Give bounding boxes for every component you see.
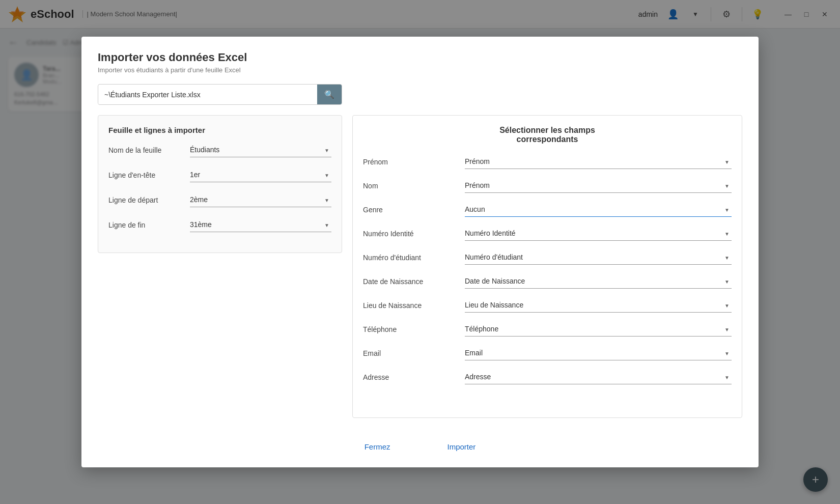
left-panel: Feuille et lignes à importer Nom de la f… (98, 115, 342, 418)
field-select-wrap-9: Adresse (465, 370, 732, 384)
field-label-8: Email (363, 349, 465, 357)
field-rows: PrénomPrénomNomPrénomGenreAucunNuméro Id… (363, 154, 732, 384)
field-select-wrap-4: Numéro d'étudiant (465, 250, 732, 265)
header-label: Ligne d'en-tête (108, 171, 190, 179)
end-label: Ligne de fin (108, 221, 190, 229)
modal-title: Importer vos données Excel (98, 51, 742, 64)
field-select-wrap-5: Date de Naissance (465, 274, 732, 289)
import-modal: Importer vos données Excel Importer vos … (81, 37, 759, 467)
right-panel: Sélectionner les champscorrespondants Pr… (352, 115, 742, 418)
field-select-0[interactable]: Prénom (465, 154, 732, 169)
field-label-4: Numéro d'étudiant (363, 254, 465, 262)
field-row-7: TéléphoneTéléphone (363, 322, 732, 337)
field-label-5: Date de Naissance (363, 277, 465, 286)
form-row-sheet: Nom de la feuille Étudiants (108, 143, 331, 157)
field-select-wrap-6: Lieu de Naissance (465, 298, 732, 313)
header-select[interactable]: 1er (190, 167, 331, 182)
field-row-3: Numéro IdentitéNuméro Identité (363, 226, 732, 241)
field-select-1[interactable]: Prénom (465, 178, 732, 193)
field-select-8[interactable]: Email (465, 346, 732, 360)
end-select[interactable]: 31ème (190, 217, 331, 232)
field-select-wrap-0: Prénom (465, 154, 732, 169)
modal-body: Feuille et lignes à importer Nom de la f… (98, 115, 742, 418)
form-row-header: Ligne d'en-tête 1er (108, 167, 331, 182)
field-row-6: Lieu de NaissanceLieu de Naissance (363, 298, 732, 313)
field-label-6: Lieu de Naissance (363, 301, 465, 310)
sheet-select-wrap: Étudiants (190, 143, 331, 157)
end-select-wrap: 31ème (190, 217, 331, 232)
field-row-5: Date de NaissanceDate de Naissance (363, 274, 732, 289)
field-select-5[interactable]: Date de Naissance (465, 274, 732, 289)
search-icon: 🔍 (324, 90, 334, 99)
field-select-7[interactable]: Téléphone (465, 322, 732, 337)
sheet-label: Nom de la feuille (108, 146, 190, 154)
field-label-9: Adresse (363, 373, 465, 381)
field-select-wrap-8: Email (465, 346, 732, 360)
field-label-7: Téléphone (363, 325, 465, 333)
import-button[interactable]: Importer (439, 438, 484, 455)
field-row-0: PrénomPrénom (363, 154, 732, 169)
field-row-1: NomPrénom (363, 178, 732, 193)
field-select-3[interactable]: Numéro Identité (465, 226, 732, 241)
field-select-6[interactable]: Lieu de Naissance (465, 298, 732, 313)
modal-subtitle: Importer vos étudiants à partir d'une fe… (98, 66, 742, 74)
file-browse-button[interactable]: 🔍 (317, 85, 342, 104)
form-row-end: Ligne de fin 31ème (108, 217, 331, 232)
sheet-select[interactable]: Étudiants (190, 143, 331, 157)
start-select[interactable]: 2ème (190, 192, 331, 207)
sheet-box-title: Feuille et lignes à importer (108, 126, 331, 134)
field-row-2: GenreAucun (363, 202, 732, 217)
field-row-4: Numéro d'étudiantNuméro d'étudiant (363, 250, 732, 265)
field-select-wrap-7: Téléphone (465, 322, 732, 337)
field-row-8: EmailEmail (363, 346, 732, 360)
file-input-row: 🔍 (98, 84, 342, 105)
file-input[interactable] (98, 86, 317, 104)
right-panel-title: Sélectionner les champscorrespondants (363, 126, 732, 144)
start-select-wrap: 2ème (190, 192, 331, 207)
sheet-box: Feuille et lignes à importer Nom de la f… (98, 115, 342, 253)
header-select-wrap: 1er (190, 167, 331, 182)
form-row-start: Ligne de départ 2ème (108, 192, 331, 207)
cancel-button[interactable]: Fermez (356, 438, 399, 455)
start-label: Ligne de départ (108, 196, 190, 204)
field-select-4[interactable]: Numéro d'étudiant (465, 250, 732, 265)
field-label-1: Nom (363, 182, 465, 190)
field-label-0: Prénom (363, 158, 465, 166)
field-select-wrap-2: Aucun (465, 202, 732, 217)
field-select-wrap-3: Numéro Identité (465, 226, 732, 241)
field-label-2: Genre (363, 206, 465, 214)
field-row-9: AdresseAdresse (363, 370, 732, 384)
field-label-3: Numéro Identité (363, 230, 465, 238)
field-select-wrap-1: Prénom (465, 178, 732, 193)
modal-footer: Fermez Importer (98, 430, 742, 455)
field-select-2[interactable]: Aucun (465, 202, 732, 217)
field-select-9[interactable]: Adresse (465, 370, 732, 384)
